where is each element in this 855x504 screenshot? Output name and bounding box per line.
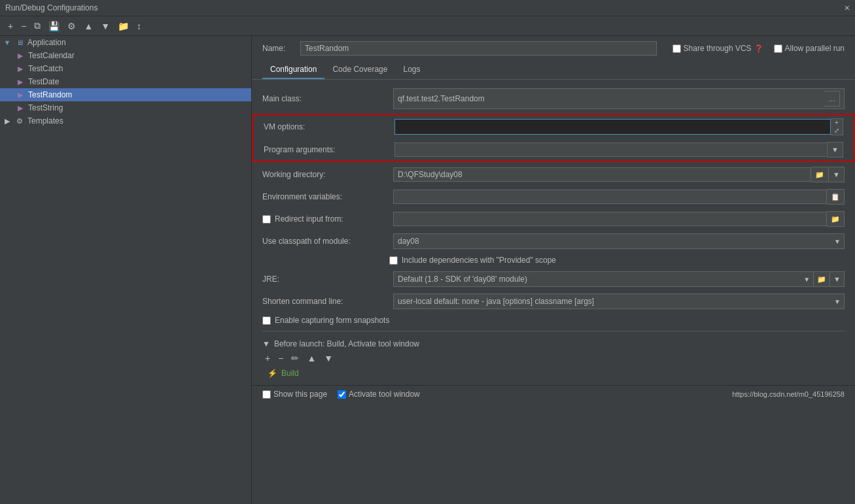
tree-item-label: TestCalendar — [28, 51, 75, 60]
footer-link[interactable]: https://blog.csdn.net/m0_45196258 — [732, 390, 845, 398]
bottom-bar: Show this page Activate tool window http… — [252, 385, 855, 403]
allow-parallel-checkbox[interactable] — [774, 44, 782, 53]
jre-dropdown-wrapper: Default (1.8 - SDK of 'day08' module) ▼ — [393, 271, 814, 287]
tab-logs[interactable]: Logs — [395, 61, 428, 79]
tree-item-teststring[interactable]: ▶ TestString — [0, 101, 251, 114]
classpath-dropdown-wrapper: day08 ▼ — [393, 233, 845, 249]
classpath-select[interactable]: day08 — [393, 233, 845, 249]
main-class-row: Main class: qf.test.test2.TestRandom … — [252, 85, 855, 112]
tree-group-application[interactable]: ▼ 🖥 Application — [0, 36, 251, 49]
remove-config-button[interactable]: − — [18, 20, 29, 33]
toolbar: + − ⧉ 💾 ⚙ ▲ ▼ 📁 ↕ — [0, 16, 855, 36]
redirect-label-container: Redirect input from: — [262, 214, 393, 224]
enable-capturing-row: Enable capturing form snapshots — [252, 312, 855, 328]
file-icon: ▶ — [16, 65, 25, 73]
redirect-input-field[interactable] — [393, 212, 827, 226]
settings-button[interactable]: ⚙ — [65, 20, 79, 33]
env-vars-edit-button[interactable]: 📋 — [827, 189, 845, 205]
name-label: Name: — [262, 44, 295, 53]
templates-icon: ⚙ — [15, 117, 24, 126]
title-bar: Run/Debug Configurations × — [0, 0, 855, 16]
tab-configuration[interactable]: Configuration — [262, 61, 324, 79]
jre-dropdown-button[interactable]: ▼ — [830, 271, 845, 287]
jre-row: JRE: Default (1.8 - SDK of 'day08' modul… — [252, 268, 855, 290]
working-dir-input[interactable] — [393, 167, 811, 182]
vm-options-expand-button[interactable]: + — [831, 119, 843, 127]
include-dep-checkbox[interactable] — [389, 256, 398, 265]
tree-item-testrandom[interactable]: ▶ TestRandom — [0, 88, 251, 101]
title-text: Run/Debug Configurations — [5, 3, 97, 12]
vm-options-fullscreen-button[interactable]: ⤢ — [831, 127, 843, 135]
before-launch-down-button[interactable]: ▼ — [321, 352, 336, 364]
enable-capturing-checkbox[interactable] — [262, 316, 271, 325]
shorten-cmd-row: Shorten command line: user-local default… — [252, 290, 855, 312]
file-icon: ▶ — [16, 78, 25, 86]
left-panel: ▼ 🖥 Application ▶ TestCalendar ▶ TestCat… — [0, 36, 252, 504]
redirect-input-checkbox[interactable] — [262, 215, 271, 224]
vcs-help-icon: ❓ — [754, 44, 763, 53]
working-dir-row: Working directory: 📁 ▼ — [252, 163, 855, 186]
share-vcs-label[interactable]: Share through VCS ❓ — [672, 44, 763, 53]
jre-select[interactable]: Default (1.8 - SDK of 'day08' module) — [393, 271, 814, 287]
activate-tool-window-checkbox[interactable] — [338, 390, 346, 399]
before-launch-section: ▼ Before launch: Build, Activate tool wi… — [252, 334, 855, 385]
copy-config-button[interactable]: ⧉ — [31, 19, 43, 33]
program-args-label: Program arguments: — [264, 145, 394, 154]
add-config-button[interactable]: + — [5, 20, 16, 33]
redirect-browse-button[interactable]: 📁 — [827, 211, 845, 227]
tree-group-templates[interactable]: ▶ ⚙ Templates — [0, 114, 251, 127]
file-icon: ▶ — [16, 91, 25, 99]
env-vars-label: Environment variables: — [262, 192, 393, 201]
main-class-browse-button[interactable]: … — [824, 91, 840, 107]
name-input[interactable] — [300, 41, 657, 56]
share-vcs-checkbox[interactable] — [672, 44, 681, 53]
before-launch-up-button[interactable]: ▲ — [304, 352, 319, 364]
folder-button[interactable]: 📁 — [115, 20, 131, 33]
shorten-cmd-dropdown-wrapper: user-local default: none - java [options… — [393, 294, 845, 309]
classpath-label: Use classpath of module: — [262, 237, 393, 246]
save-config-button[interactable]: 💾 — [46, 20, 62, 33]
vm-options-input[interactable] — [394, 119, 831, 135]
collapse-icon: ▼ — [262, 339, 270, 348]
before-launch-edit-button[interactable]: ✏ — [288, 352, 302, 364]
main-layout: ▼ 🖥 Application ▶ TestCalendar ▶ TestCat… — [0, 36, 855, 504]
sort-button[interactable]: ↕ — [134, 20, 144, 33]
program-args-expand-button[interactable]: ▼ — [828, 142, 843, 158]
redirect-input-row: Redirect input from: 📁 — [252, 208, 855, 230]
env-vars-row: Environment variables: 📋 — [252, 186, 855, 208]
working-dir-dropdown-button[interactable]: ▼ — [829, 167, 845, 182]
before-launch-remove-button[interactable]: − — [275, 352, 286, 364]
classpath-dropdown-container: day08 ▼ — [393, 233, 845, 249]
before-launch-toolbar: + − ✏ ▲ ▼ — [262, 352, 845, 364]
shorten-cmd-select[interactable]: user-local default: none - java [options… — [393, 294, 845, 309]
tree-item-testdate[interactable]: ▶ TestDate — [0, 75, 251, 88]
move-down-button[interactable]: ▼ — [98, 20, 113, 33]
jre-browse-button[interactable]: 📁 — [814, 271, 830, 287]
activate-tool-window-text: Activate tool window — [349, 390, 420, 399]
section-divider — [262, 331, 845, 331]
main-class-value: qf.test.test2.TestRandom … — [393, 88, 845, 109]
working-dir-browse-button[interactable]: 📁 — [811, 167, 829, 182]
application-icon: 🖥 — [15, 39, 24, 46]
move-up-button[interactable]: ▲ — [81, 20, 96, 33]
activate-tool-window-label[interactable]: Activate tool window — [338, 390, 420, 399]
before-launch-add-button[interactable]: + — [262, 352, 273, 364]
templates-label: Templates — [27, 116, 63, 126]
jre-dropdown-container: Default (1.8 - SDK of 'day08' module) ▼ … — [393, 271, 845, 287]
tree-item-testcatch[interactable]: ▶ TestCatch — [0, 62, 251, 75]
env-vars-input[interactable] — [393, 190, 827, 204]
tab-code-coverage[interactable]: Code Coverage — [324, 61, 395, 79]
show-this-page-checkbox[interactable] — [262, 390, 271, 399]
file-icon: ▶ — [16, 52, 25, 60]
tree-item-testcalendar[interactable]: ▶ TestCalendar — [0, 49, 251, 62]
config-area: Main class: qf.test.test2.TestRandom … V… — [252, 80, 855, 504]
build-icon: ⚡ — [268, 369, 277, 378]
working-dir-input-container: 📁 ▼ — [393, 167, 845, 182]
allow-parallel-label[interactable]: Allow parallel run — [774, 44, 845, 53]
working-dir-label: Working directory: — [262, 170, 393, 179]
tree-item-label: TestString — [28, 103, 63, 112]
program-args-input[interactable] — [394, 143, 828, 157]
program-args-input-container: ▼ — [394, 142, 843, 158]
close-icon[interactable]: × — [845, 3, 850, 13]
show-this-page-label[interactable]: Show this page — [262, 390, 327, 399]
